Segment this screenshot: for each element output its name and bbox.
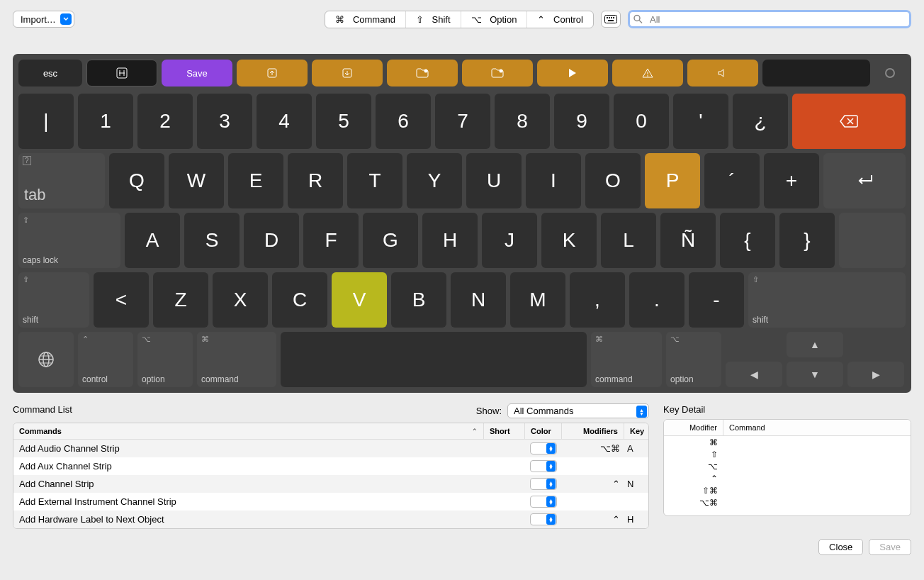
table-row[interactable]: Add Hardware Label to Next Object▲▼⌃H (13, 511, 648, 528)
key-2[interactable]: 2 (137, 94, 193, 149)
key-c[interactable]: C (272, 272, 327, 328)
show-filter-select[interactable]: All Commands ▲▼ (507, 403, 649, 418)
key-o[interactable]: O (585, 153, 641, 208)
key-backspace[interactable] (792, 94, 906, 149)
key-capslock[interactable]: ⇪ caps lock (18, 213, 120, 268)
key-question[interactable]: ¿ (733, 94, 788, 149)
column-modifiers[interactable]: Modifiers (562, 423, 624, 439)
key-y[interactable]: Y (407, 153, 462, 208)
key-0[interactable]: 0 (614, 94, 669, 149)
key-tab[interactable]: ? tab (18, 153, 105, 208)
table-row[interactable]: Add External Instrument Channel Strip▲▼ (13, 493, 648, 511)
column-color[interactable]: Color (525, 423, 562, 439)
key-return-lower[interactable] (839, 213, 906, 268)
table-row[interactable]: Add Aux Channel Strip▲▼ (13, 457, 648, 475)
key-globe[interactable] (18, 332, 74, 387)
key-detail-row[interactable]: ⌘ (664, 436, 911, 448)
import-menu[interactable]: Import… (13, 11, 74, 28)
key-k[interactable]: K (541, 213, 597, 268)
key-command-right[interactable]: ⌘command (591, 332, 662, 387)
key-command-left[interactable]: ⌘command (197, 332, 276, 387)
color-picker[interactable]: ▲▼ (530, 513, 557, 525)
touchbar-home-icon[interactable] (874, 60, 906, 87)
color-picker[interactable]: ▲▼ (530, 460, 557, 472)
key-e[interactable]: E (228, 153, 283, 208)
key-t[interactable]: T (347, 153, 402, 208)
key-brace-close[interactable]: } (779, 213, 835, 268)
column-command[interactable]: Command (723, 420, 911, 435)
key-option-left[interactable]: ⌥option (137, 332, 193, 387)
key-8[interactable]: 8 (495, 94, 550, 149)
key-detail-row[interactable]: ⇧⌘ (664, 484, 911, 496)
key-9[interactable]: 9 (554, 94, 609, 149)
key-a[interactable]: A (125, 213, 180, 268)
key-detail-row[interactable]: ⌥ (664, 460, 911, 472)
key-control-left[interactable]: ⌃control (78, 332, 133, 387)
column-commands[interactable]: Commands⌃ (13, 423, 484, 439)
key-7[interactable]: 7 (435, 94, 490, 149)
key-return[interactable] (823, 153, 906, 208)
key-x[interactable]: X (213, 272, 268, 328)
touchbar-folder-down-icon[interactable] (462, 60, 533, 87)
table-row[interactable]: Add Channel Strip▲▼⌃N (13, 475, 648, 493)
key-arrow-right[interactable]: ▶ (847, 362, 904, 387)
key-6[interactable]: 6 (376, 94, 431, 149)
key-u[interactable]: U (466, 153, 522, 208)
key-detail-row[interactable]: ⌥⌘ (664, 496, 911, 508)
key-arrow-down[interactable]: ▼ (787, 362, 843, 387)
touchbar-play-icon[interactable] (537, 60, 608, 87)
key-less[interactable]: < (94, 272, 149, 328)
key-m[interactable]: M (510, 272, 565, 328)
key-l[interactable]: L (601, 213, 656, 268)
key-apostrophe[interactable]: ' (673, 94, 728, 149)
key-option-right[interactable]: ⌥option (666, 332, 721, 387)
key-s[interactable]: S (184, 213, 240, 268)
key-enye[interactable]: Ñ (660, 213, 716, 268)
search-input[interactable] (628, 10, 911, 28)
key-shift-left[interactable]: ⇧ shift (18, 272, 89, 328)
key-pipe[interactable]: | (18, 94, 74, 149)
key-d[interactable]: D (244, 213, 299, 268)
column-key[interactable]: Key (624, 423, 648, 439)
color-picker[interactable]: ▲▼ (530, 478, 557, 490)
key-h[interactable]: H (422, 213, 478, 268)
touchbar-warning-icon[interactable] (612, 60, 683, 87)
key-v[interactable]: V (332, 272, 387, 328)
key-arrow-left[interactable]: ◀ (726, 362, 782, 387)
touchbar-sound-icon[interactable] (687, 60, 758, 87)
keyboard-toggle-icon[interactable] (601, 11, 621, 28)
column-modifier[interactable]: Modifier (664, 420, 723, 435)
key-shift-right[interactable]: ⇧ shift (748, 272, 906, 328)
key-detail-row[interactable]: ⇧ (664, 448, 911, 460)
key-g[interactable]: G (363, 213, 418, 268)
table-row[interactable]: Add Audio Channel Strip▲▼⌥⌘A (13, 440, 648, 457)
touchbar-folder-up-icon[interactable] (387, 60, 458, 87)
key-1[interactable]: 1 (78, 94, 133, 149)
key-i[interactable]: I (526, 153, 581, 208)
key-q[interactable]: Q (109, 153, 164, 208)
key-space[interactable] (281, 332, 587, 387)
color-picker[interactable]: ▲▼ (530, 496, 557, 508)
key-accent[interactable]: ´ (704, 153, 760, 208)
key-detail-row[interactable]: ⌃ (664, 472, 911, 484)
touchbar-esc[interactable]: esc (18, 60, 82, 87)
key-3[interactable]: 3 (197, 94, 252, 149)
key-arrow-up[interactable]: ▲ (787, 332, 843, 357)
search-field[interactable] (628, 10, 911, 28)
key-f[interactable]: F (303, 213, 359, 268)
touchbar-customize-icon[interactable] (86, 60, 157, 87)
close-button[interactable]: Close (818, 539, 863, 555)
key-brace-open[interactable]: { (720, 213, 775, 268)
key-5[interactable]: 5 (316, 94, 371, 149)
key-4[interactable]: 4 (257, 94, 312, 149)
touchbar-download-icon[interactable] (312, 60, 383, 87)
key-n[interactable]: N (451, 272, 506, 328)
touchbar-save[interactable]: Save (162, 60, 232, 87)
key-b[interactable]: B (391, 272, 446, 328)
touchbar-upload-icon[interactable] (237, 60, 308, 87)
key-z[interactable]: Z (153, 272, 208, 328)
modifier-option[interactable]: ⌥ Option (461, 11, 528, 28)
modifier-control[interactable]: ⌃ Control (527, 11, 593, 28)
key-plus[interactable]: + (764, 153, 819, 208)
key-comma[interactable]: , (570, 272, 625, 328)
